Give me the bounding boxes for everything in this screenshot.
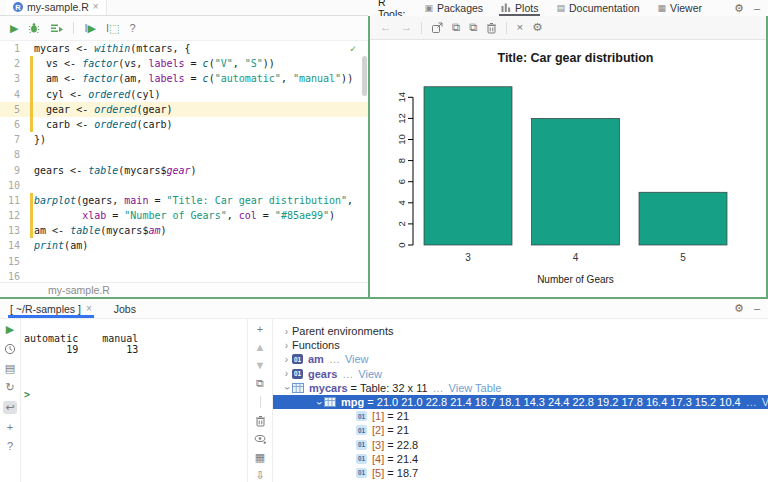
line-number[interactable]: 2 — [0, 56, 20, 71]
settings-icon[interactable]: ⚙ — [734, 303, 744, 314]
gutter — [20, 193, 34, 208]
close-icon[interactable]: × — [516, 22, 523, 34]
copy-settings-icon[interactable]: ⧉ — [469, 22, 477, 34]
variable-row-2[interactable]: 01[2] = 21 — [273, 423, 768, 437]
view-link[interactable]: View — [762, 396, 768, 408]
r-console[interactable]: automatic manual 19 13 > — [21, 319, 247, 482]
chevron-right-icon[interactable]: › — [281, 326, 292, 337]
code-line: 12 xlab = "Number of Gears", col = "#85a… — [0, 208, 368, 223]
editor-tab-my-sample[interactable]: R my-sample.R × — [6, 0, 107, 15]
variable-row[interactable]: ›Parent environments — [273, 324, 768, 338]
breadcrumb[interactable]: my-sample.R — [0, 282, 368, 297]
rtools-header: R Tools: ▣PackagesPlots▤Documentation▦Vi… — [368, 0, 768, 16]
numeric-badge-icon: 01 — [356, 468, 367, 478]
console-prompt[interactable]: > — [24, 389, 247, 400]
chevron-down-icon[interactable]: › — [282, 383, 293, 394]
add-icon[interactable]: + — [7, 422, 13, 433]
chevron-right-icon[interactable]: › — [281, 340, 292, 351]
breadcrumb-item[interactable]: my-sample.R — [48, 284, 110, 296]
chevron-right-icon[interactable]: › — [281, 368, 292, 379]
line-number[interactable]: 12 — [0, 208, 20, 223]
line-number[interactable]: 16 — [0, 269, 20, 282]
debug-icon[interactable] — [28, 22, 40, 34]
minimize-icon[interactable]: – — [754, 3, 760, 14]
variable-row-mpg[interactable]: ›mpg = 21.0 21.0 22.8 21.4 18.7 18.1 14.… — [273, 395, 768, 409]
inspections-ok-icon[interactable]: ✓ — [350, 43, 356, 54]
line-number[interactable]: 4 — [0, 87, 20, 102]
chevron-right-icon[interactable]: › — [281, 354, 292, 365]
tab-packages[interactable]: ▣Packages — [424, 0, 483, 16]
gutter — [20, 147, 34, 162]
editor-scrollbar-thumb[interactable] — [362, 56, 367, 96]
variable-row-mycars[interactable]: ›mycars = Table: 32 x 11…View Table — [273, 381, 768, 395]
vcs-changed-marker — [30, 117, 33, 132]
help-icon[interactable]: ? — [7, 441, 13, 452]
soft-wrap-icon[interactable]: ↩ — [3, 401, 16, 414]
line-number[interactable]: 3 — [0, 71, 20, 86]
numeric-badge-icon: 01 — [356, 411, 367, 421]
variable-row[interactable]: ›Functions — [273, 338, 768, 352]
code-text: carb <- ordered(carb) — [34, 117, 368, 132]
y-tick-label: 8 — [396, 158, 407, 163]
back-icon[interactable]: ← — [380, 22, 392, 34]
tab--r-samples-[interactable]: [ ~/R-samples ]× — [10, 299, 92, 318]
tab-documentation[interactable]: ▤Documentation — [556, 0, 639, 16]
line-number[interactable]: 7 — [0, 132, 20, 147]
history-icon[interactable] — [4, 343, 16, 355]
close-tab-icon[interactable]: × — [93, 2, 99, 12]
line-number[interactable]: 6 — [0, 117, 20, 132]
variable-row-am[interactable]: ›01am…View — [273, 352, 768, 366]
minimize-icon[interactable]: – — [754, 303, 760, 314]
line-number[interactable]: 11 — [0, 193, 20, 208]
move-down-icon[interactable]: ▼ — [255, 360, 266, 371]
variable-row-1[interactable]: 01[1] = 21 — [273, 409, 768, 423]
move-up-icon[interactable]: ▲ — [255, 342, 266, 353]
code-editor[interactable]: 1mycars <- within(mtcars, {2 vs <- facto… — [0, 41, 368, 282]
line-number[interactable]: 9 — [0, 163, 20, 178]
show-details-icon[interactable] — [254, 434, 267, 445]
tab-plots[interactable]: Plots — [501, 0, 538, 16]
execute-remaining-icon[interactable]: I⬚ — [106, 23, 119, 34]
view-link[interactable]: View — [358, 368, 382, 380]
tab-viewer[interactable]: ▦Viewer — [658, 0, 702, 16]
delete-icon[interactable] — [255, 415, 266, 427]
line-number[interactable]: 14 — [0, 238, 20, 253]
settings-icon[interactable]: ⚙ — [734, 3, 744, 14]
copy-icon[interactable]: ⧉ — [256, 378, 264, 389]
run-icon[interactable]: ▶ — [6, 324, 14, 335]
open-in-new-icon[interactable] — [431, 22, 443, 34]
close-tab-icon[interactable]: × — [86, 304, 92, 314]
line-number[interactable]: 8 — [0, 147, 20, 162]
variable-row-5[interactable]: 01[5] = 18.7 — [273, 466, 768, 480]
run-icon[interactable]: ▶ — [10, 23, 18, 34]
line-number[interactable]: 10 — [0, 178, 20, 193]
script-icon[interactable]: ▤ — [5, 363, 15, 374]
code-text — [34, 269, 368, 282]
import-icon[interactable]: ⇩ — [255, 470, 264, 481]
view-table-link[interactable]: View Table — [449, 382, 502, 394]
copy-plot-icon[interactable]: ⧉ — [452, 22, 460, 34]
y-tick-label: 2 — [396, 221, 407, 226]
add-watch-icon[interactable]: + — [257, 324, 263, 335]
chevron-down-icon[interactable]: › — [314, 397, 325, 408]
separator — [421, 22, 422, 34]
restart-icon[interactable]: ↻ — [5, 382, 14, 393]
help-icon[interactable]: ? — [129, 23, 135, 34]
delete-icon[interactable] — [486, 22, 497, 34]
line-number[interactable]: 13 — [0, 223, 20, 238]
variable-row-4[interactable]: 01[4] = 21.4 — [273, 452, 768, 466]
variable-row-3[interactable]: 01[3] = 22.8 — [273, 438, 768, 452]
view-link[interactable]: View — [345, 353, 369, 365]
line-number[interactable]: 5 — [0, 102, 20, 117]
line-number[interactable]: 1 — [0, 41, 20, 56]
run-lines-icon[interactable] — [50, 23, 63, 34]
settings-icon[interactable]: ⚙ — [532, 22, 542, 34]
forward-icon[interactable]: → — [401, 22, 413, 34]
line-number[interactable]: 15 — [0, 254, 20, 269]
execute-selection-icon[interactable]: I▶ — [84, 23, 96, 34]
tab-label: Viewer — [670, 2, 702, 14]
variable-value: = 21.0 21.0 22.8 21.4 18.7 18.1 14.3 24.… — [364, 396, 740, 408]
tab-jobs[interactable]: Jobs — [114, 299, 136, 318]
variable-row-gears[interactable]: ›01gears…View — [273, 367, 768, 381]
table-view-icon[interactable]: ▦ — [255, 452, 265, 463]
